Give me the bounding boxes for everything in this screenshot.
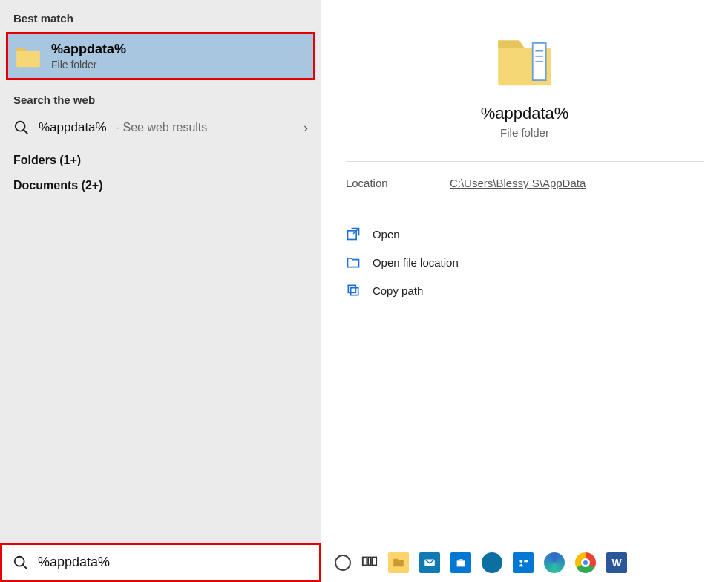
action-copy-path[interactable]: Copy path xyxy=(346,283,704,298)
file-location-icon xyxy=(346,255,361,269)
web-result-row[interactable]: %appdata% - See web results › xyxy=(0,114,321,148)
category-documents[interactable]: Documents (2+) xyxy=(0,173,321,198)
edge-icon[interactable] xyxy=(544,552,565,573)
svg-rect-14 xyxy=(457,560,465,566)
chevron-right-icon: › xyxy=(304,120,308,136)
preview-title: %appdata% xyxy=(481,104,569,123)
search-web-heading: Search the web xyxy=(0,88,321,114)
file-explorer-icon[interactable] xyxy=(388,552,409,573)
location-row: Location C:\Users\Blessy S\AppData xyxy=(346,177,704,189)
action-label: Copy path xyxy=(373,284,423,297)
search-input[interactable] xyxy=(38,555,309,570)
action-open-location[interactable]: Open file location xyxy=(346,255,704,269)
best-match-title: %appdata% xyxy=(51,42,126,57)
task-view-icon[interactable] xyxy=(361,553,378,572)
preview-folder-icon xyxy=(493,30,557,94)
copy-icon xyxy=(346,283,361,298)
dell-icon[interactable] xyxy=(482,552,502,573)
action-label: Open xyxy=(373,228,400,241)
preview-pane: %appdata% File folder Location C:\Users\… xyxy=(321,0,728,543)
svg-point-0 xyxy=(16,122,25,131)
divider xyxy=(346,161,704,162)
mail-icon[interactable] xyxy=(419,552,440,573)
action-open[interactable]: Open xyxy=(346,226,704,241)
best-match-subtitle: File folder xyxy=(51,59,126,71)
cortana-icon[interactable] xyxy=(335,555,351,571)
chrome-icon[interactable] xyxy=(575,552,596,573)
svg-rect-12 xyxy=(368,558,371,566)
best-match-heading: Best match xyxy=(0,6,321,32)
taskbar: W xyxy=(321,543,728,582)
location-label: Location xyxy=(346,177,450,189)
location-path-link[interactable]: C:\Users\Blessy S\AppData xyxy=(450,177,586,189)
search-icon xyxy=(13,555,29,571)
web-suffix-text: - See web results xyxy=(116,121,208,134)
folder-icon xyxy=(14,42,42,71)
preview-subtitle: File folder xyxy=(500,126,549,139)
search-icon xyxy=(13,120,30,136)
svg-point-15 xyxy=(519,560,522,563)
store-icon[interactable] xyxy=(450,552,471,573)
best-match-result[interactable]: %appdata% File folder xyxy=(6,32,315,80)
svg-rect-11 xyxy=(363,558,367,566)
category-folders[interactable]: Folders (1+) xyxy=(0,148,321,173)
word-icon[interactable]: W xyxy=(606,552,627,573)
web-query-text: %appdata% xyxy=(39,120,107,135)
svg-rect-13 xyxy=(373,558,377,566)
action-label: Open file location xyxy=(373,256,459,269)
svg-rect-16 xyxy=(524,560,528,562)
svg-point-9 xyxy=(15,556,24,566)
svg-line-1 xyxy=(24,130,28,134)
open-icon xyxy=(346,226,361,241)
svg-line-10 xyxy=(23,564,27,569)
svg-rect-8 xyxy=(348,285,355,292)
results-pane: Best match %appdata% File folder Search … xyxy=(0,0,321,543)
calendar-icon[interactable] xyxy=(513,552,534,573)
svg-rect-7 xyxy=(351,288,358,295)
search-box[interactable] xyxy=(0,543,321,582)
